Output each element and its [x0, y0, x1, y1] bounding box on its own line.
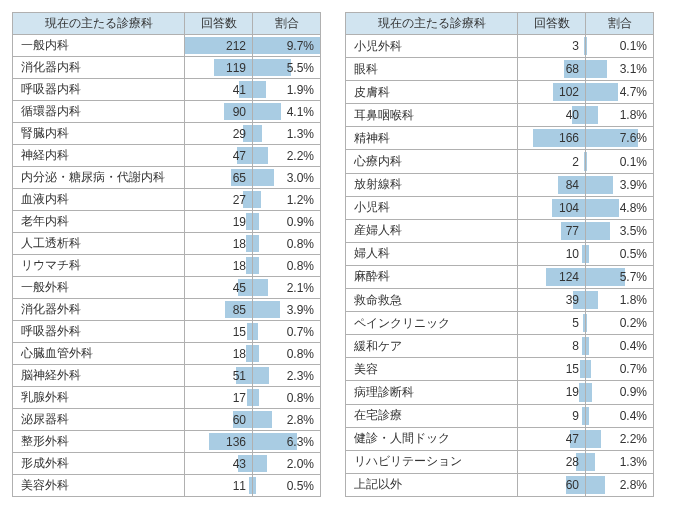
cell-count: 2 [518, 150, 586, 173]
cell-count: 65 [185, 167, 253, 189]
pct-value: 0.1% [620, 155, 647, 169]
cell-pct: 7.6% [586, 127, 654, 150]
cell-dept: 乳腺外科 [13, 387, 185, 409]
pct-value: 0.4% [620, 409, 647, 423]
cell-count: 212 [185, 35, 253, 57]
cell-pct: 1.9% [253, 79, 321, 101]
table-row: 泌尿器科602.8% [13, 409, 321, 431]
pct-bar [586, 383, 592, 401]
cell-dept: 消化器内科 [13, 57, 185, 79]
count-value: 119 [226, 61, 246, 75]
cell-pct: 1.8% [586, 104, 654, 127]
cell-pct: 0.8% [253, 387, 321, 409]
pct-bar [586, 106, 598, 124]
count-bar [249, 477, 252, 494]
pct-value: 3.5% [620, 224, 647, 238]
cell-count: 136 [185, 431, 253, 453]
count-value: 40 [566, 108, 579, 122]
count-value: 102 [559, 85, 579, 99]
pct-value: 1.3% [287, 127, 314, 141]
cell-dept: 皮膚科 [346, 81, 518, 104]
cell-count: 3 [518, 35, 586, 58]
count-value: 17 [233, 391, 246, 405]
cell-dept: リハビリテーション [346, 450, 518, 473]
cell-count: 60 [185, 409, 253, 431]
cell-pct: 2.3% [253, 365, 321, 387]
pct-bar [253, 125, 262, 142]
pct-bar [586, 37, 587, 55]
table-row: 小児科1044.8% [346, 196, 654, 219]
cell-dept: 一般外科 [13, 277, 185, 299]
count-value: 45 [233, 281, 246, 295]
table-row: 放射線科843.9% [346, 173, 654, 196]
cell-dept: 精神科 [346, 127, 518, 150]
table-row: 緩和ケア80.4% [346, 335, 654, 358]
cell-pct: 2.8% [253, 409, 321, 431]
cell-pct: 2.1% [253, 277, 321, 299]
pct-value: 0.8% [287, 259, 314, 273]
count-value: 47 [233, 149, 246, 163]
cell-count: 51 [185, 365, 253, 387]
count-bar [247, 389, 252, 406]
cell-dept: 呼吸器外科 [13, 321, 185, 343]
table-row: 脳神経外科512.3% [13, 365, 321, 387]
pct-value: 4.1% [287, 105, 314, 119]
cell-dept: 血液内科 [13, 189, 185, 211]
table-row: 美容150.7% [346, 358, 654, 381]
cell-dept: 一般内科 [13, 35, 185, 57]
cell-count: 166 [518, 127, 586, 150]
cell-pct: 3.0% [253, 167, 321, 189]
cell-count: 18 [185, 255, 253, 277]
pct-bar [253, 81, 266, 98]
cell-dept: 小児外科 [346, 35, 518, 58]
cell-count: 77 [518, 219, 586, 242]
count-value: 39 [566, 293, 579, 307]
count-bar [246, 257, 252, 274]
cell-pct: 4.8% [586, 196, 654, 219]
pct-value: 1.8% [620, 108, 647, 122]
cell-dept: 産婦人科 [346, 219, 518, 242]
count-value: 136 [226, 435, 246, 449]
cell-dept: ペインクリニック [346, 312, 518, 335]
count-bar [247, 323, 252, 340]
cell-dept: 婦人科 [346, 242, 518, 265]
cell-pct: 3.5% [586, 219, 654, 242]
pct-value: 4.7% [620, 85, 647, 99]
cell-dept: 神経内科 [13, 145, 185, 167]
cell-dept: 脳神経外科 [13, 365, 185, 387]
cell-dept: 在宅診療 [346, 404, 518, 427]
tbody-left: 一般内科2129.7%消化器内科1195.5%呼吸器内科411.9%循環器内科9… [13, 35, 321, 497]
count-value: 51 [233, 369, 246, 383]
cell-pct: 0.5% [586, 242, 654, 265]
cell-dept: 形成外科 [13, 453, 185, 475]
count-value: 19 [566, 385, 579, 399]
cell-count: 68 [518, 58, 586, 81]
pct-bar [586, 453, 595, 471]
cell-pct: 3.9% [253, 299, 321, 321]
cell-dept: 放射線科 [346, 173, 518, 196]
pct-bar [586, 407, 589, 425]
table-row: 消化器内科1195.5% [13, 57, 321, 79]
count-value: 166 [559, 131, 579, 145]
table-row: 形成外科432.0% [13, 453, 321, 475]
count-bar [580, 360, 585, 378]
pct-bar [586, 476, 605, 494]
pct-value: 0.9% [287, 215, 314, 229]
count-value: 15 [566, 362, 579, 376]
cell-pct: 0.7% [586, 358, 654, 381]
table-row: 神経内科472.2% [13, 145, 321, 167]
pct-value: 0.8% [287, 347, 314, 361]
count-bar [246, 345, 252, 362]
pct-bar [253, 455, 267, 472]
count-bar [246, 213, 252, 230]
cell-count: 15 [518, 358, 586, 381]
tbody-right: 小児外科30.1%眼科683.1%皮膚科1024.7%耳鼻咽喉科401.8%精神… [346, 35, 654, 497]
pct-value: 1.9% [287, 83, 314, 97]
cell-count: 17 [185, 387, 253, 409]
table-row: 呼吸器内科411.9% [13, 79, 321, 101]
count-value: 104 [559, 201, 579, 215]
table-row: 一般外科452.1% [13, 277, 321, 299]
th-pct: 割合 [253, 13, 321, 35]
pct-value: 0.7% [287, 325, 314, 339]
count-value: 5 [572, 316, 579, 330]
